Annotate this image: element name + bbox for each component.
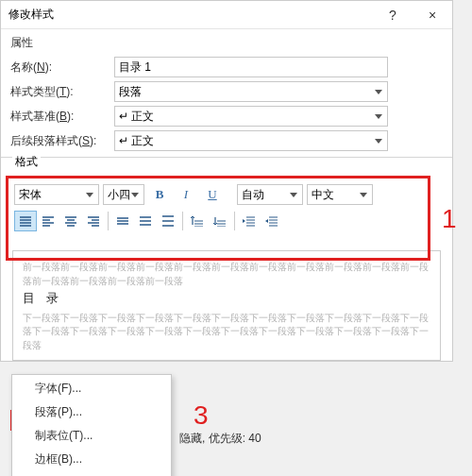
font-select[interactable]: 宋体 xyxy=(14,184,99,205)
italic-button[interactable]: I xyxy=(175,184,197,205)
name-label: 名称(N): xyxy=(10,60,114,76)
preview-before-text: 前一段落前一段落前一段落前一段落前一段落前一段落前一段落前一段落前一段落前一段落… xyxy=(23,261,430,288)
name-row: 名称(N): 目录 1 xyxy=(10,57,443,77)
line-spacing-15-button[interactable] xyxy=(134,211,157,231)
props-form: 名称(N): 目录 1 样式类型(T): 段落 样式基准(B): ↵ 正文 后续… xyxy=(1,57,452,151)
name-value: 目录 1 xyxy=(119,60,151,76)
modify-style-dialog: 修改样式 ? × 属性 名称(N): 目录 1 样式类型(T): 段落 样式基准… xyxy=(0,0,453,362)
align-right-button[interactable] xyxy=(82,211,105,231)
menu-font[interactable]: 字体(F)... xyxy=(12,377,171,400)
space-before-increase-button[interactable] xyxy=(186,211,209,231)
preview-heading: 目 录 xyxy=(23,290,430,308)
color-value: 自动 xyxy=(242,187,264,203)
menu-tabs[interactable]: 制表位(T)... xyxy=(12,424,171,448)
align-justify-button[interactable] xyxy=(14,211,37,231)
next-select[interactable]: ↵ 正文 xyxy=(114,130,388,151)
type-value: 段落 xyxy=(119,84,142,100)
preview-pane: 前一段落前一段落前一段落前一段落前一段落前一段落前一段落前一段落前一段落前一段落… xyxy=(12,250,441,361)
lang-value: 中文 xyxy=(312,187,334,203)
base-row: 样式基准(B): ↵ 正文 xyxy=(10,106,443,127)
callout-label-1: 1 xyxy=(442,204,457,234)
titlebar: 修改样式 ? × xyxy=(1,1,452,29)
space-before-decrease-button[interactable] xyxy=(209,211,231,231)
line-spacing-2-button[interactable] xyxy=(157,211,179,231)
menu-language[interactable]: 语言(L)... xyxy=(12,471,171,476)
format-section: 格式 宋体 小四 B I U 自动 中文 xyxy=(8,162,445,243)
name-input[interactable]: 目录 1 xyxy=(114,57,388,77)
preview-after-text: 下一段落下一段落下一段落下一段落下一段落下一段落下一段落下一段落下一段落下一段落… xyxy=(23,312,430,353)
bold-button[interactable]: B xyxy=(148,184,171,205)
next-row: 后续段落样式(S): ↵ 正文 xyxy=(10,130,443,151)
callout-label-3: 3 xyxy=(194,400,209,431)
base-label: 样式基准(B): xyxy=(10,109,114,125)
line-spacing-1-button[interactable] xyxy=(111,211,134,231)
indent-increase-button[interactable] xyxy=(238,211,261,231)
align-left-button[interactable] xyxy=(37,211,59,231)
font-color-select[interactable]: 自动 xyxy=(237,184,303,205)
next-value: ↵ 正文 xyxy=(119,133,154,149)
props-section-label: 属性 xyxy=(1,29,452,53)
language-select[interactable]: 中文 xyxy=(307,184,373,205)
help-button[interactable]: ? xyxy=(373,1,413,28)
format-toolbar-1: 宋体 小四 B I U 自动 中文 xyxy=(14,184,439,205)
base-value: ↵ 正文 xyxy=(119,109,154,125)
dialog-title: 修改样式 xyxy=(8,7,54,23)
base-select[interactable]: ↵ 正文 xyxy=(114,106,388,127)
style-description: 隐藏, 优先级: 40 xyxy=(179,431,261,447)
font-value: 宋体 xyxy=(19,187,42,203)
close-button[interactable]: × xyxy=(413,1,452,28)
format-section-label: 格式 xyxy=(12,154,41,170)
underline-button[interactable]: U xyxy=(201,184,224,205)
next-label: 后续段落样式(S): xyxy=(10,133,114,149)
align-center-button[interactable] xyxy=(59,211,82,231)
menu-paragraph[interactable]: 段落(P)... xyxy=(12,400,171,424)
font-size-select[interactable]: 小四 xyxy=(103,184,144,205)
type-label: 样式类型(T): xyxy=(10,84,114,100)
menu-border[interactable]: 边框(B)... xyxy=(12,448,171,471)
indent-decrease-button[interactable] xyxy=(261,211,283,231)
format-toolbar-2 xyxy=(14,211,439,231)
format-context-menu: 字体(F)... 段落(P)... 制表位(T)... 边框(B)... 语言(… xyxy=(11,374,172,476)
type-select[interactable]: 段落 xyxy=(114,81,388,102)
size-value: 小四 xyxy=(108,187,130,203)
type-row: 样式类型(T): 段落 xyxy=(10,81,443,102)
